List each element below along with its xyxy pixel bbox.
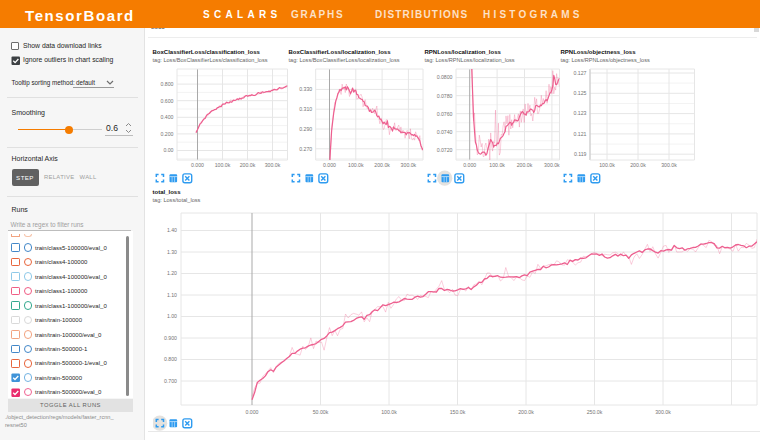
svg-text:0.330: 0.330 [299,86,312,92]
svg-text:0.400: 0.400 [161,114,174,120]
svg-text:0.000: 0.000 [246,409,259,415]
svg-text:0.800: 0.800 [161,81,174,87]
svg-text:0.121: 0.121 [574,131,587,137]
svg-text:150.0k: 150.0k [450,409,466,415]
svg-text:0.0720: 0.0720 [437,147,453,153]
svg-text:0.000: 0.000 [323,162,336,168]
svg-text:0.00: 0.00 [163,147,173,153]
svg-text:300.0k: 300.0k [661,162,677,168]
svg-text:1.10: 1.10 [167,292,177,298]
svg-text:0.127: 0.127 [574,70,587,76]
svg-text:100.0k: 100.0k [599,162,615,168]
svg-text:1.20: 1.20 [167,270,177,276]
svg-text:300.0k: 300.0k [401,162,417,168]
svg-text:300.0k: 300.0k [655,409,671,415]
svg-text:0.800: 0.800 [164,356,177,362]
svg-text:0.310: 0.310 [299,106,312,112]
svg-text:0.0740: 0.0740 [437,129,453,135]
svg-text:0.270: 0.270 [299,146,312,152]
svg-text:0.700: 0.700 [164,378,177,384]
svg-text:200.0k: 200.0k [240,162,256,168]
svg-text:1.00: 1.00 [167,313,177,319]
svg-text:200.0k: 200.0k [630,162,646,168]
svg-text:100.0k: 100.0k [348,162,364,168]
svg-text:200.0k: 200.0k [517,162,533,168]
svg-text:0.200: 0.200 [161,131,174,137]
svg-text:0.000: 0.000 [463,162,476,168]
svg-text:0.290: 0.290 [299,126,312,132]
svg-text:100.0k: 100.0k [215,162,231,168]
svg-text:0.123: 0.123 [574,110,587,116]
svg-text:0.0800: 0.0800 [437,74,453,80]
svg-text:0.900: 0.900 [164,335,177,341]
svg-text:1.30: 1.30 [167,249,177,255]
svg-text:0.0760: 0.0760 [437,111,453,117]
svg-text:300.0k: 300.0k [265,162,281,168]
svg-text:0.600: 0.600 [161,98,174,104]
svg-text:200.0k: 200.0k [518,409,534,415]
svg-text:100.0k: 100.0k [489,162,505,168]
svg-text:200.0k: 200.0k [374,162,390,168]
svg-text:0.0780: 0.0780 [437,93,453,99]
svg-text:0.125: 0.125 [574,90,587,96]
svg-text:50.00k: 50.00k [313,409,329,415]
svg-text:0.000: 0.000 [191,162,204,168]
svg-text:100.0k: 100.0k [381,409,397,415]
svg-text:0.119: 0.119 [574,151,587,157]
svg-text:1.40: 1.40 [167,227,177,233]
svg-text:250.0k: 250.0k [587,409,603,415]
